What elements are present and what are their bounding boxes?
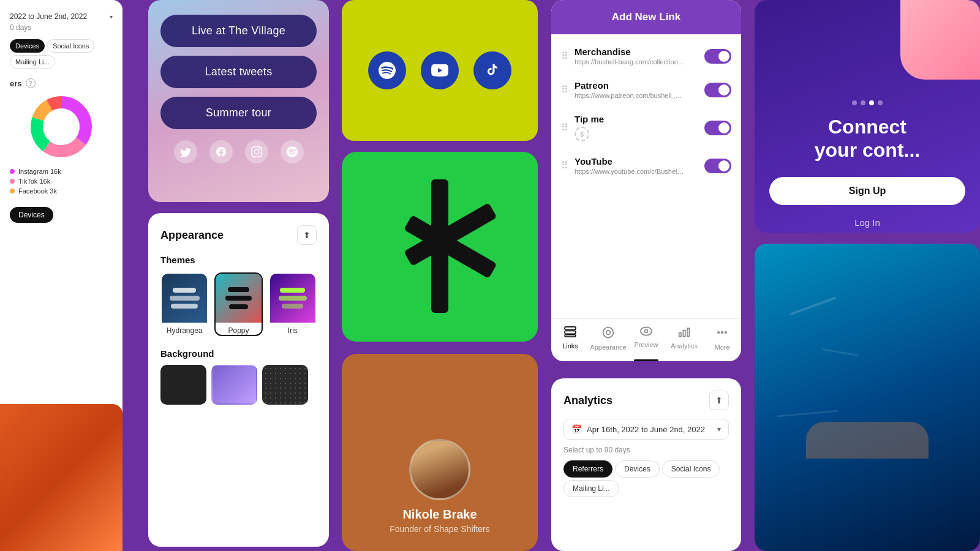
- live-at-village-btn[interactable]: Live at The Village: [160, 15, 317, 47]
- select-days-text: Select up to 90 days: [564, 446, 729, 454]
- link-item-youtube[interactable]: ⠿ YouTube https://www.youtube.com/c/Bush…: [551, 149, 741, 182]
- theme-hydrangea[interactable]: Hydrangea: [160, 272, 208, 336]
- analytics-tab-devices[interactable]: Devices: [615, 460, 660, 478]
- devices-button[interactable]: Devices: [10, 207, 53, 223]
- link-info-merchandise: Merchandise https://bushell-bang.com/col…: [575, 47, 698, 66]
- nav-analytics-label: Analytics: [671, 342, 698, 350]
- drag-handle-youtube[interactable]: ⠿: [561, 160, 568, 171]
- legend-dot-facebook: [10, 189, 15, 193]
- appearance-panel: Appearance ⬆ Themes Hydrangea: [148, 213, 329, 547]
- days-text: 0 days: [10, 23, 113, 32]
- link-url-youtube: https://www.youtube.com/c/BushellBang...: [575, 168, 685, 175]
- toggle-tipme[interactable]: [704, 121, 731, 135]
- nav-preview[interactable]: Preview: [627, 324, 665, 353]
- theme-poppy[interactable]: Poppy: [214, 272, 262, 336]
- analytics-date-picker[interactable]: 📅 Apr 16th, 2022 to June 2nd, 2022 ▾: [564, 419, 729, 440]
- bg-gradient-option[interactable]: [211, 365, 257, 405]
- analytics-nav-icon: [678, 326, 690, 340]
- social-icons-row: [174, 140, 304, 163]
- promo-dot-4: [878, 100, 883, 105]
- svg-rect-12: [565, 335, 576, 337]
- analytics-tab-mailing[interactable]: Mailing Li...: [564, 480, 619, 497]
- nav-active-indicator: [634, 359, 658, 361]
- spotify-social-icon[interactable]: [281, 140, 304, 163]
- analytics-share-icon[interactable]: ⬆: [709, 391, 729, 410]
- link-info-tipme: Tip me $: [575, 114, 698, 141]
- more-nav-icon: [716, 326, 728, 342]
- svg-point-15: [641, 327, 652, 335]
- caustic-1: [790, 297, 837, 316]
- nav-appearance[interactable]: Appearance: [589, 324, 627, 353]
- theme-hydrangea-label: Hydrangea: [162, 326, 207, 335]
- drag-handle-patreon[interactable]: ⠿: [561, 84, 568, 96]
- svg-rect-9: [431, 271, 448, 313]
- legend-tiktok: TikTok 16k: [10, 178, 113, 185]
- photo-background: [0, 404, 123, 551]
- preview-nav-icon: [640, 326, 652, 339]
- nav-more[interactable]: More: [703, 324, 741, 353]
- login-button[interactable]: Log In: [769, 211, 965, 233]
- calendar-icon: 📅: [571, 424, 582, 434]
- promo-dot-3: [869, 100, 874, 105]
- analytics-date-text: Apr 16th, 2022 to June 2nd, 2022: [587, 425, 712, 434]
- theme-poppy-label: Poppy: [216, 326, 261, 335]
- drag-handle-tipme[interactable]: ⠿: [561, 122, 568, 133]
- svg-point-22: [725, 332, 727, 334]
- link-item-merchandise[interactable]: ⠿ Merchandise https://bushell-bang.com/c…: [551, 39, 741, 73]
- toggle-youtube[interactable]: [704, 159, 731, 173]
- svg-rect-19: [687, 328, 689, 336]
- tab-social-icons[interactable]: Social Icons: [47, 39, 94, 53]
- youtube-platform-btn[interactable]: [421, 51, 459, 89]
- themes-grid: Hydrangea Poppy Iris: [160, 272, 317, 336]
- tab-devices[interactable]: Devices: [10, 39, 45, 53]
- legend-dot-tiktok: [10, 179, 15, 184]
- nav-appearance-label: Appearance: [590, 343, 626, 351]
- svg-point-13: [603, 328, 614, 338]
- info-icon[interactable]: ?: [26, 78, 36, 88]
- add-new-link-button[interactable]: Add New Link: [551, 0, 741, 34]
- analytics-tabs: Referrers Devices Social Icons Mailing L…: [564, 460, 729, 497]
- link-name-patreon: Patreon: [575, 80, 698, 91]
- link-url-patreon: https://www.patreon.com/bushell_bang: [575, 92, 685, 99]
- platform-icons-panel: [342, 0, 538, 141]
- toggle-merchandise[interactable]: [704, 49, 731, 64]
- theme-iris-label: Iris: [270, 326, 315, 335]
- date-range-row[interactable]: 2022 to June 2nd, 2022 ▾: [10, 12, 113, 21]
- toggle-patreon[interactable]: [704, 83, 731, 97]
- promo-avatar: [900, 0, 980, 80]
- svg-point-14: [606, 331, 611, 335]
- link-url-merchandise: https://bushell-bang.com/collections/fro…: [575, 58, 685, 66]
- summer-tour-btn[interactable]: Summer tour: [160, 97, 317, 129]
- link-item-patreon[interactable]: ⠿ Patreon https://www.patreon.com/bushel…: [551, 73, 741, 107]
- analytics-title: Analytics: [564, 394, 612, 407]
- link-item-tipme[interactable]: ⠿ Tip me $: [551, 107, 741, 149]
- promo-text: Connectyour cont...: [815, 115, 920, 162]
- latest-tweets-btn[interactable]: Latest tweets: [160, 56, 317, 88]
- date-chevron-icon: ▾: [717, 425, 721, 433]
- bg-dots-option[interactable]: [262, 365, 308, 405]
- share-icon[interactable]: ⬆: [297, 225, 317, 245]
- legend-dot-instagram: [10, 169, 15, 174]
- appearance-nav-icon: [602, 326, 614, 342]
- background-grid: [160, 365, 317, 405]
- underwater-background: [755, 244, 980, 551]
- analytics-tab-referrers[interactable]: Referrers: [564, 460, 612, 478]
- signup-button[interactable]: Sign Up: [769, 177, 965, 205]
- facebook-icon[interactable]: [209, 140, 233, 163]
- appearance-header: Appearance ⬆: [160, 225, 317, 245]
- instagram-icon[interactable]: [245, 140, 268, 163]
- nav-links[interactable]: Links: [551, 324, 589, 353]
- svg-point-16: [645, 330, 648, 333]
- promo-card: Connectyour cont... Sign Up Log In: [755, 0, 980, 233]
- drag-handle-merchandise[interactable]: ⠿: [561, 50, 568, 62]
- twitter-icon[interactable]: [174, 140, 197, 163]
- analytics-tab-social[interactable]: Social Icons: [662, 460, 720, 478]
- tab-mailing[interactable]: Mailing Li...: [10, 55, 55, 69]
- theme-iris[interactable]: Iris: [269, 272, 317, 336]
- spotify-platform-btn[interactable]: [368, 51, 406, 89]
- background-label: Background: [160, 348, 317, 359]
- svg-point-5: [48, 113, 75, 140]
- bg-dark-option[interactable]: [160, 365, 206, 405]
- tiktok-platform-btn[interactable]: [473, 51, 511, 89]
- nav-analytics[interactable]: Analytics: [665, 324, 703, 353]
